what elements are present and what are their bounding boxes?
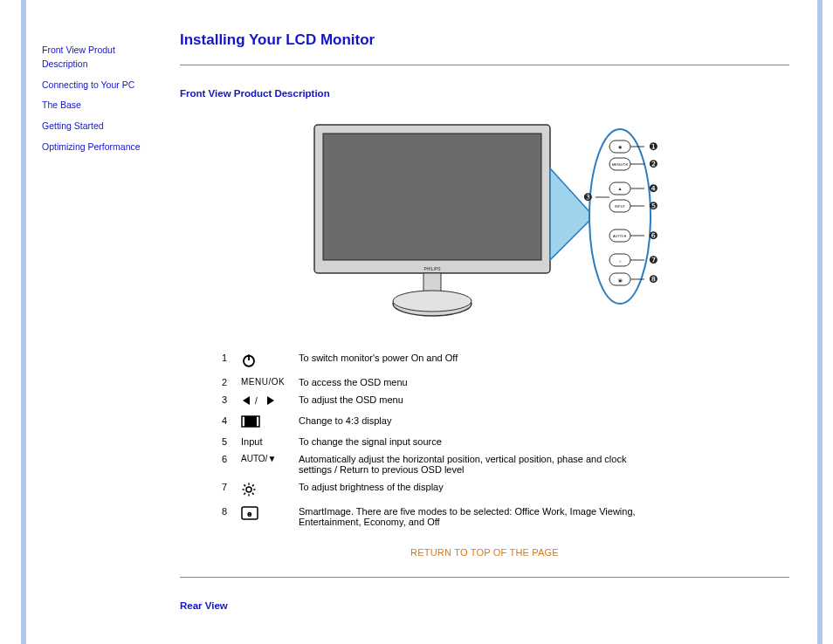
legend-desc: Change to 4:3 display — [293, 413, 643, 432]
svg-text:❷: ❷ — [649, 158, 658, 170]
svg-text:▣: ▣ — [618, 277, 623, 283]
svg-line-53 — [252, 484, 254, 486]
auto-down-icon: AUTO/▼ — [236, 451, 292, 477]
legend-desc: To adjust brightness of the display — [293, 479, 643, 502]
legend-desc: To switch monitor's power On and Off — [293, 350, 643, 373]
return-to-top-link[interactable]: RETURN TO TOP OF THE PAGE — [180, 547, 789, 558]
legend-desc: Automatically adjust the horizontal posi… — [293, 451, 643, 477]
svg-text:❻: ❻ — [649, 230, 658, 242]
svg-text:ɵ: ɵ — [247, 510, 252, 518]
table-row: 4 Change to 4:3 display — [217, 413, 643, 432]
svg-point-45 — [246, 487, 251, 492]
monitor-diagram: PHILIPS ◉ ❶ — [180, 116, 789, 327]
svg-text:❹: ❹ — [649, 182, 658, 195]
input-icon: Input — [236, 434, 292, 449]
legend-num: 1 — [217, 350, 234, 373]
page: Front View Produt Description Connecting… — [21, 0, 823, 644]
smartimage-icon: ɵ — [236, 504, 292, 530]
left-right-icon: / — [236, 392, 292, 411]
legend-desc: SmartImage. There are five modes to be s… — [293, 504, 643, 530]
svg-text:MENU/OK: MENU/OK — [612, 162, 629, 167]
legend-num: 5 — [217, 434, 234, 449]
brightness-icon — [236, 479, 292, 502]
page-title: Installing Your LCD Monitor — [180, 31, 789, 49]
svg-text:/: / — [255, 396, 258, 406]
table-row: 7 To adjust brightness of the display — [217, 479, 643, 502]
svg-marker-40 — [243, 396, 250, 405]
divider — [180, 577, 789, 578]
sidebar: Front View Produt Description Connecting… — [26, 0, 166, 644]
svg-text:☼: ☼ — [618, 258, 623, 264]
legend-num: 8 — [217, 504, 234, 530]
svg-line-51 — [252, 493, 254, 495]
svg-text:▲: ▲ — [618, 186, 623, 191]
legend-num: 7 — [217, 479, 234, 502]
svg-line-52 — [244, 493, 245, 495]
svg-text:INPUT: INPUT — [615, 204, 626, 209]
sidebar-item-optimizing[interactable]: Optimizing Performance — [42, 140, 159, 154]
svg-text:❽: ❽ — [649, 273, 658, 285]
legend-num: 4 — [217, 413, 234, 432]
table-row: 5 Input To change the signal input sourc… — [217, 434, 643, 449]
sidebar-item-getting-started[interactable]: Getting Started — [42, 120, 159, 134]
svg-rect-44 — [244, 416, 257, 427]
table-row: 8 ɵ SmartImage. There are five modes to … — [217, 504, 643, 530]
sidebar-item-front-view[interactable]: Front View Produt Description — [42, 44, 159, 72]
legend-num: 3 — [217, 392, 234, 411]
svg-text:PHILIPS: PHILIPS — [423, 266, 441, 271]
divider — [180, 65, 789, 65]
menu-ok-icon: MENU/OK — [236, 374, 292, 390]
legend-desc: To access the OSD menu — [293, 374, 643, 390]
main-content: Installing Your LCD Monitor Front View P… — [166, 0, 817, 644]
svg-text:❸: ❸ — [583, 191, 593, 203]
legend-num: 2 — [217, 374, 234, 390]
table-row: 3 / To adjust the OSD menu — [217, 392, 643, 411]
sidebar-item-base[interactable]: The Base — [42, 99, 159, 113]
sidebar-item-connecting[interactable]: Connecting to Your PC — [42, 79, 159, 92]
svg-point-5 — [393, 291, 472, 312]
svg-rect-3 — [423, 273, 441, 292]
table-row: 1 To switch monitor's power On and Off — [217, 350, 643, 373]
table-row: 2 MENU/OK To access the OSD menu — [217, 374, 643, 390]
svg-text:AUTO/▼: AUTO/▼ — [613, 234, 627, 238]
section-heading-front-view: Front View Product Description — [180, 88, 789, 99]
monitor-svg: PHILIPS ◉ ❶ — [297, 116, 672, 325]
power-icon — [236, 350, 292, 373]
svg-text:❺: ❺ — [649, 200, 658, 212]
svg-text:❶: ❶ — [649, 140, 658, 153]
table-row: 6 AUTO/▼ Automatically adjust the horizo… — [217, 451, 643, 477]
svg-line-50 — [244, 484, 245, 486]
legend-desc: To change the signal input source — [293, 434, 643, 449]
svg-text:❼: ❼ — [649, 254, 658, 266]
svg-marker-42 — [267, 396, 274, 405]
svg-marker-6 — [550, 168, 594, 260]
svg-rect-1 — [323, 134, 541, 260]
ratio-icon — [236, 413, 292, 432]
legend-num: 6 — [217, 451, 234, 477]
section-heading-rear-view: Rear View — [180, 600, 789, 611]
legend-table: 1 To switch monitor's power On and Off 2… — [215, 348, 644, 531]
legend-desc: To adjust the OSD menu — [293, 392, 643, 411]
